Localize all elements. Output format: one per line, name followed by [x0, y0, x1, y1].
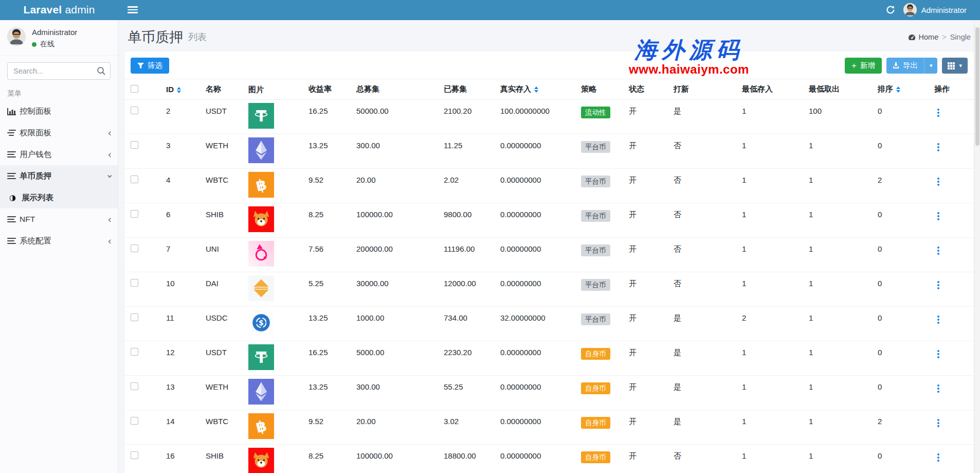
sidebar-item-permissions[interactable]: 权限面板 ‹	[0, 122, 118, 144]
export-button[interactable]: 导出	[886, 58, 924, 74]
search-icon[interactable]	[97, 66, 106, 76]
row-actions-button[interactable]	[937, 284, 939, 286]
cell-min-deposit: 1	[736, 169, 803, 203]
export-dropdown-button[interactable]: ▾	[924, 58, 938, 74]
cell-id: 2	[160, 100, 199, 134]
sidebar-item-user-wallet[interactable]: 用户钱包 ‹	[0, 144, 118, 165]
cell-id: 11	[160, 307, 199, 341]
sidebar-item-dashboard[interactable]: 控制面板	[0, 100, 118, 122]
chevron-down-icon: ‹	[105, 174, 115, 178]
svg-text:$: $	[259, 319, 264, 327]
navbar-user-menu[interactable]: Administrator	[903, 3, 967, 16]
column-header-real-deposit[interactable]: 真实存入	[494, 79, 575, 100]
cell-status: 开	[623, 238, 667, 272]
tether-icon: T	[248, 344, 274, 370]
row-actions-button[interactable]	[937, 319, 939, 321]
plus-icon: +	[851, 61, 857, 70]
table-row: 2 USDT T 16.25 50000.00 2100.20 100.0000…	[124, 100, 974, 134]
cell-id: 16	[160, 445, 199, 473]
column-header-actions: 操作	[928, 79, 974, 100]
row-actions-button[interactable]	[937, 146, 939, 148]
columns-dropdown-button[interactable]: ▾	[942, 58, 968, 74]
breadcrumb-separator: >	[942, 33, 946, 41]
row-actions-button[interactable]	[937, 422, 939, 424]
scrollbar-thumb[interactable]	[975, 27, 979, 146]
chevron-left-icon: ‹	[107, 150, 112, 160]
chevron-left-icon: ‹	[107, 215, 112, 224]
row-actions-button[interactable]	[937, 353, 939, 355]
column-header-status: 状态	[623, 79, 667, 100]
select-all-checkbox[interactable]	[131, 85, 138, 93]
column-header-sort[interactable]: 排序	[872, 79, 928, 100]
cell-raised: 55.25	[438, 376, 494, 410]
row-actions-button[interactable]	[937, 457, 939, 459]
column-header-min-deposit: 最低存入	[736, 79, 803, 100]
cell-min-withdraw: 1	[803, 445, 872, 473]
cell-min-deposit: 1	[736, 341, 803, 376]
cell-raised: 734.00	[438, 307, 494, 341]
strategy-badge: 平台币	[581, 210, 610, 222]
sort-icon[interactable]	[177, 87, 181, 93]
sort-icon[interactable]	[896, 86, 900, 93]
sidebar-search-input[interactable]	[7, 62, 111, 80]
app-brand[interactable]: Laravel admin	[0, 0, 118, 20]
column-header-name: 名称	[199, 79, 242, 100]
filter-button[interactable]: 筛选	[131, 58, 169, 74]
row-actions-button[interactable]	[937, 250, 939, 252]
chevron-left-icon: ‹	[107, 128, 112, 138]
cell-sort: 0	[872, 272, 928, 307]
cell-yield: 9.52	[302, 169, 350, 203]
cell-ipo: 否	[667, 134, 736, 169]
row-checkbox[interactable]	[131, 141, 138, 149]
refresh-icon[interactable]	[885, 4, 896, 15]
vertical-scrollbar[interactable]	[974, 20, 980, 473]
row-checkbox[interactable]	[131, 176, 138, 183]
row-checkbox[interactable]	[131, 279, 138, 287]
tether-icon: T	[248, 103, 274, 129]
row-checkbox[interactable]	[131, 313, 138, 321]
table-row: 10 DAI 5.25 30000.00 12000.00 0.00000000…	[124, 272, 974, 307]
cell-yield: 5.25	[302, 272, 350, 307]
cell-raised: 2.02	[438, 169, 494, 203]
row-checkbox[interactable]	[131, 417, 138, 425]
column-header-id[interactable]: ID	[160, 79, 199, 100]
row-actions-button[interactable]	[937, 112, 939, 114]
cell-real-deposit: 0.00000000	[494, 169, 575, 203]
column-header-ipo: 打新	[667, 79, 736, 100]
table-row: 14 WBTC ฿ 9.52 20.00 3.02 0.00000000 自身币…	[124, 410, 974, 445]
sidebar-toggle-icon[interactable]	[128, 6, 138, 13]
row-actions-button[interactable]	[937, 215, 939, 217]
cell-min-withdraw: 1	[803, 341, 872, 376]
cell-min-deposit: 1	[736, 238, 803, 272]
cell-raised: 2230.20	[438, 341, 494, 376]
column-header-yield: 收益率	[302, 79, 350, 100]
sidebar-item-nft[interactable]: NFT ‹	[0, 208, 118, 230]
cell-min-withdraw: 1	[803, 376, 872, 410]
row-checkbox[interactable]	[131, 210, 138, 218]
sort-icon[interactable]	[534, 86, 538, 93]
data-card: 筛选 + 新增 导出 ▾ ▾	[124, 51, 974, 473]
funnel-icon	[137, 63, 144, 69]
sidebar-item-display-list[interactable]: ◑ 展示列表	[0, 187, 118, 208]
cell-total: 20.00	[350, 169, 438, 203]
row-actions-button[interactable]	[937, 388, 939, 390]
row-checkbox[interactable]	[131, 107, 138, 114]
breadcrumb-current: Single	[950, 33, 971, 41]
row-checkbox[interactable]	[131, 382, 138, 390]
row-checkbox[interactable]	[131, 451, 138, 459]
cell-min-deposit: 1	[736, 100, 803, 134]
sidebar-item-system-config[interactable]: 系统配置 ‹	[0, 230, 118, 252]
add-button[interactable]: + 新增	[845, 58, 882, 74]
cell-name: USDC	[199, 307, 242, 341]
table-row: 11 USDC $ 13.25 1000.00 734.00 32.000000…	[124, 307, 974, 341]
breadcrumb-home[interactable]: Home	[908, 33, 939, 41]
strategy-badge: 流动性	[581, 107, 610, 118]
row-checkbox[interactable]	[131, 244, 138, 252]
cell-name: WETH	[199, 134, 242, 169]
tachometer-icon	[908, 34, 916, 41]
sidebar-user-avatar[interactable]	[7, 27, 26, 46]
sidebar-item-single-stake[interactable]: 单币质押 ‹	[0, 165, 118, 187]
cell-yield: 13.25	[302, 134, 350, 169]
row-actions-button[interactable]	[937, 181, 939, 183]
row-checkbox[interactable]	[131, 348, 138, 356]
